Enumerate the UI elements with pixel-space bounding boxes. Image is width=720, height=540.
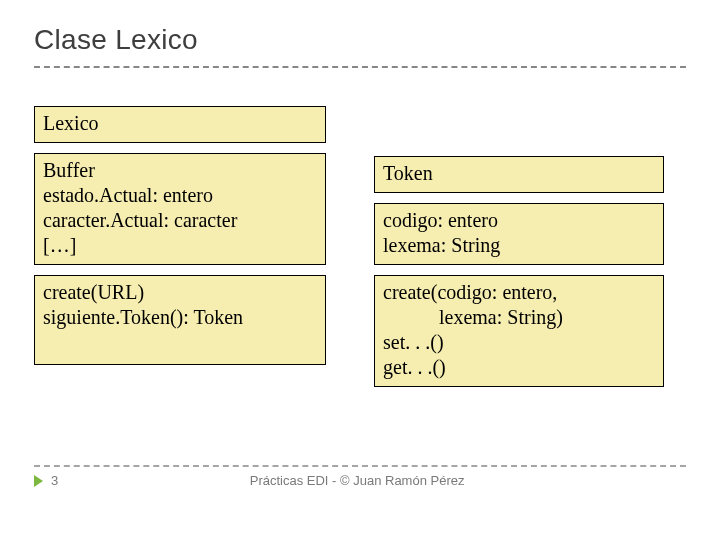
attr-line: lexema: String (383, 233, 655, 258)
footer-row: 3 Prácticas EDI - © Juan Ramón Pérez (34, 473, 686, 488)
attr-line: caracter.Actual: caracter (43, 208, 317, 233)
attr-line: estado.Actual: entero (43, 183, 317, 208)
footer: 3 Prácticas EDI - © Juan Ramón Pérez (34, 465, 686, 488)
uml-class-lexico: Lexico Buffer estado.Actual: entero cara… (34, 106, 326, 397)
op-line: create(URL) (43, 280, 317, 305)
class-name: Token (383, 161, 655, 186)
class-operations-box: create(codigo: entero, lexema: String) s… (374, 275, 664, 387)
class-name-box: Lexico (34, 106, 326, 143)
uml-class-token: Token codigo: entero lexema: String crea… (374, 156, 664, 397)
content-area: Lexico Buffer estado.Actual: entero cara… (34, 106, 686, 397)
class-attributes-box: codigo: entero lexema: String (374, 203, 664, 265)
attr-line: […] (43, 233, 317, 258)
slide-title: Clase Lexico (34, 24, 686, 56)
class-operations-box: create(URL) siguiente.Token(): Token (34, 275, 326, 365)
attr-line: Buffer (43, 158, 317, 183)
op-line: lexema: String) (383, 305, 655, 330)
title-divider (34, 66, 686, 68)
attr-line: codigo: entero (383, 208, 655, 233)
page-number: 3 (51, 473, 58, 488)
op-line: siguiente.Token(): Token (43, 305, 317, 330)
footer-divider (34, 465, 686, 467)
page-marker: 3 (34, 473, 58, 488)
op-line: set. . .() (383, 330, 655, 355)
slide: Clase Lexico Lexico Buffer estado.Actual… (0, 0, 720, 540)
op-line: create(codigo: entero, (383, 280, 655, 305)
op-line: get. . .() (383, 355, 655, 380)
class-name: Lexico (43, 111, 317, 136)
class-name-box: Token (374, 156, 664, 193)
play-triangle-icon (34, 475, 43, 487)
class-attributes-box: Buffer estado.Actual: entero caracter.Ac… (34, 153, 326, 265)
footer-text: Prácticas EDI - © Juan Ramón Pérez (72, 473, 642, 488)
